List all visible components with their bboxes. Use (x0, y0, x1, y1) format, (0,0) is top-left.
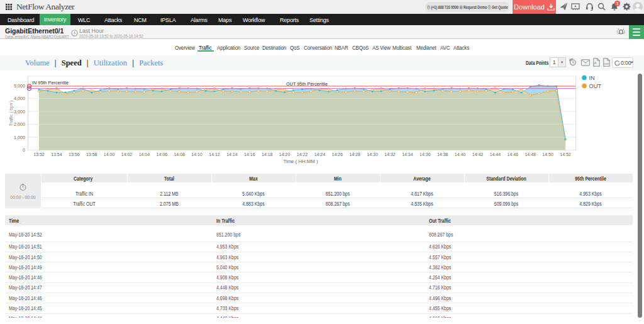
svg-text:CSV: CSV (604, 63, 609, 65)
svg-text:14:10: 14:10 (191, 152, 203, 157)
svg-text:14:32: 14:32 (384, 152, 396, 157)
svg-text:14:06: 14:06 (157, 152, 168, 157)
svg-text:13:58: 13:58 (86, 152, 97, 157)
svg-text:14:04: 14:04 (139, 152, 150, 157)
svg-text:IN 95th Percentile: IN 95th Percentile (32, 80, 69, 86)
svg-text:0: 0 (23, 147, 25, 153)
svg-text:3,000: 3,000 (14, 109, 25, 115)
svg-text:14:46: 14:46 (508, 152, 519, 157)
svg-text:14:00: 14:00 (104, 152, 115, 157)
svg-text:4,000: 4,000 (14, 96, 25, 101)
svg-text:Traffic ( bps ): Traffic ( bps ) (9, 101, 14, 126)
svg-text:14:36: 14:36 (419, 152, 431, 157)
svg-text:OUT 95th Percentile: OUT 95th Percentile (286, 81, 328, 87)
svg-text:14:24: 14:24 (314, 152, 326, 157)
svg-text:IN: IN (589, 75, 595, 81)
svg-text:14:38: 14:38 (437, 152, 448, 157)
svg-text:14:02: 14:02 (121, 152, 133, 157)
svg-text:14:26: 14:26 (332, 152, 343, 157)
svg-text:13:56: 13:56 (69, 152, 80, 157)
svg-text:A: A (594, 62, 597, 65)
svg-text:14:50: 14:50 (542, 152, 553, 157)
svg-text:14:42: 14:42 (472, 152, 484, 157)
svg-text:13:52: 13:52 (33, 152, 45, 157)
svg-text:1,000: 1,000 (14, 135, 25, 140)
svg-text:14:20: 14:20 (279, 152, 291, 157)
svg-text:OUT: OUT (589, 83, 602, 89)
svg-text:14:18: 14:18 (262, 152, 273, 157)
svg-text:14:34: 14:34 (402, 152, 413, 157)
svg-text:14:14: 14:14 (226, 152, 238, 157)
svg-text:2,000: 2,000 (14, 121, 25, 127)
svg-text:14:52: 14:52 (560, 152, 571, 157)
svg-text:14:44: 14:44 (490, 152, 501, 157)
svg-text:Time ( HH:MM ): Time ( HH:MM ) (283, 159, 318, 164)
svg-text:14:16: 14:16 (244, 152, 255, 157)
svg-text:14:40: 14:40 (455, 152, 466, 157)
svg-text:14:28: 14:28 (349, 152, 360, 157)
svg-text:14:12: 14:12 (209, 152, 220, 157)
svg-text:14:22: 14:22 (297, 152, 308, 157)
svg-text:13:54: 13:54 (51, 152, 62, 157)
svg-text:5,000: 5,000 (14, 83, 25, 89)
svg-text:14:30: 14:30 (367, 152, 378, 157)
svg-text:14:48: 14:48 (525, 152, 536, 157)
svg-text:14:08: 14:08 (174, 152, 185, 157)
